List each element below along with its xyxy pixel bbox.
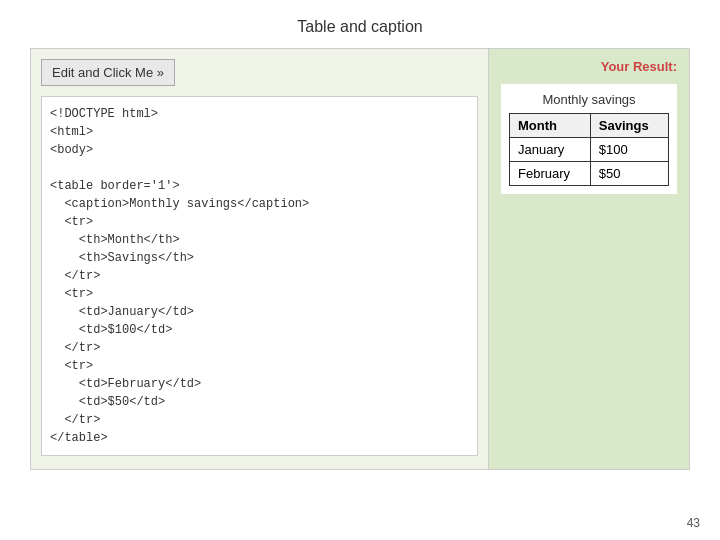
table-cell: $100 bbox=[590, 138, 668, 162]
table-body: January$100February$50 bbox=[510, 138, 669, 186]
code-editor[interactable] bbox=[41, 96, 478, 456]
table-row: February$50 bbox=[510, 162, 669, 186]
result-content: Monthly savings Month Savings January$10… bbox=[501, 84, 677, 194]
right-panel: Your Result: Monthly savings Month Savin… bbox=[489, 49, 689, 469]
page-title: Table and caption bbox=[0, 0, 720, 48]
page-number: 43 bbox=[687, 516, 700, 530]
table-cell: January bbox=[510, 138, 591, 162]
col-header-month: Month bbox=[510, 114, 591, 138]
table-cell: February bbox=[510, 162, 591, 186]
table-row: January$100 bbox=[510, 138, 669, 162]
table-header-row: Month Savings bbox=[510, 114, 669, 138]
edit-button[interactable]: Edit and Click Me » bbox=[41, 59, 175, 86]
col-header-savings: Savings bbox=[590, 114, 668, 138]
main-container: Edit and Click Me » Your Result: Monthly… bbox=[30, 48, 690, 470]
table-caption: Monthly savings bbox=[509, 92, 669, 107]
table-cell: $50 bbox=[590, 162, 668, 186]
left-panel: Edit and Click Me » bbox=[31, 49, 489, 469]
result-label: Your Result: bbox=[501, 59, 677, 74]
savings-table: Month Savings January$100February$50 bbox=[509, 113, 669, 186]
